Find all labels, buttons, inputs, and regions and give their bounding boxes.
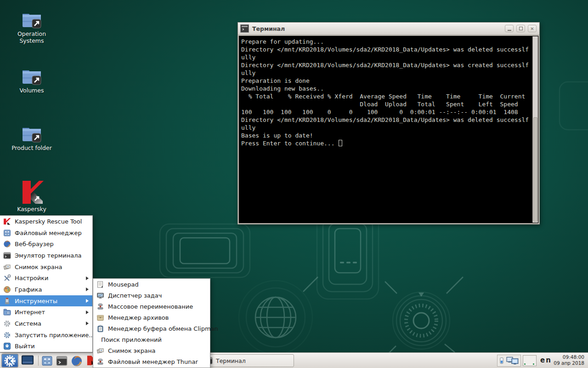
internet-folder-icon — [3, 308, 11, 316]
terminal-line: Directory </mnt/KRD2018/Volumes/sda2/KRD… — [241, 46, 531, 53]
terminal-line: Dload Upload Total Spent Left Speed — [241, 100, 531, 108]
terminal-line: Prepare for updating... — [241, 38, 531, 46]
desktop-icon-label: Volumes — [11, 87, 53, 94]
terminal-line: 100 100 100 100 0 0 100 0 0:00:01 --:--:… — [241, 108, 531, 116]
submenu-item-application-finder[interactable]: Поиск приложений — [93, 334, 210, 345]
terminal-line: Downloading new bases.. — [241, 85, 531, 92]
menu-item-settings[interactable]: Настройки — [0, 272, 92, 284]
clock-date: 09 апр 2018 — [554, 360, 584, 366]
desktop-icon-volumes[interactable]: Volumes — [4, 68, 59, 94]
desktop-icon-label: Kaspersky — [11, 206, 53, 213]
submenu-arrow-icon — [86, 322, 89, 325]
menu-item-file-manager[interactable]: Файловый менеджер — [0, 227, 92, 239]
taskbar-separator — [38, 356, 39, 366]
desktop-icon-kaspersky[interactable]: Kaspersky — [4, 180, 59, 213]
logout-icon — [3, 342, 11, 350]
run-gear-icon — [3, 331, 11, 339]
terminal-line: ully — [241, 53, 531, 61]
terminal-scrollbar[interactable] — [532, 36, 538, 223]
folder-shortcut-icon — [21, 68, 42, 86]
minimize-button[interactable] — [505, 25, 514, 32]
svg-text:K: K — [7, 357, 12, 364]
firefox-launcher[interactable] — [71, 355, 83, 367]
taskbar-window-button-terminal[interactable]: Терминал — [198, 354, 294, 367]
terminal-line: Bases is up to date! — [241, 132, 531, 139]
file-manager-launcher[interactable] — [41, 355, 53, 367]
settings-icon — [3, 274, 11, 282]
desktop-icon-product-folder[interactable]: Product folder — [4, 125, 59, 152]
terminal-window: Терминал ✕ Prepare for updating... Direc… — [237, 22, 540, 224]
menu-item-tools[interactable]: Инструменты — [0, 295, 92, 307]
terminal-line: Directory </mnt/KRD2018/Volumes/sda2/KRD… — [241, 116, 531, 124]
firefox-icon — [71, 355, 83, 367]
k-start-icon: K — [4, 355, 16, 367]
tools-submenu: Mousepad Диспетчер задач Массовое переим… — [93, 278, 210, 368]
terminal-line: Directory </mnt/KRD2018/Volumes/sda2/KRD… — [241, 61, 531, 69]
file-manager-icon — [3, 229, 11, 237]
firefox-icon — [3, 240, 11, 248]
thunar-icon — [96, 358, 104, 366]
bulk-rename-icon — [96, 303, 104, 310]
submenu-arrow-icon — [86, 276, 89, 280]
task-manager-icon — [96, 292, 104, 299]
menu-item-web-browser[interactable]: Веб-браузер — [0, 238, 92, 250]
terminal-line: Press Enter to continue... — [241, 139, 531, 147]
screenshot-icon — [96, 347, 104, 355]
start-menu-button[interactable]: K — [1, 354, 18, 368]
maximize-button[interactable] — [516, 25, 525, 32]
desktop: Operation Systems Volumes Product folder — [0, 0, 588, 368]
submenu-arrow-icon — [86, 310, 89, 314]
tools-icon — [3, 297, 11, 305]
menu-item-internet[interactable]: Интернет — [0, 306, 92, 318]
desktop-icon-operation-systems[interactable]: Operation Systems — [4, 11, 59, 45]
folder-shortcut-icon — [21, 11, 42, 29]
kaspersky-icon — [3, 218, 11, 225]
menu-item-graphics[interactable]: Графика — [0, 284, 92, 295]
terminal-line: % Total % Received % Xferd Average Speed… — [241, 92, 531, 100]
clock-time: 09:48:00 — [554, 354, 584, 360]
scrollbar-thumb[interactable] — [533, 117, 537, 222]
menu-item-screenshot[interactable]: Снимок экрана — [0, 261, 92, 273]
clock: 09:48:00 09 апр 2018 — [554, 354, 584, 366]
terminal-titlebar[interactable]: Терминал ✕ — [238, 23, 539, 35]
submenu-item-screenshot[interactable]: Снимок экрана — [93, 345, 210, 356]
kaspersky-logo-icon — [20, 180, 44, 205]
desktop-icon-label: Operation Systems — [11, 31, 53, 45]
submenu-item-task-manager[interactable]: Диспетчер задач — [93, 290, 210, 301]
desktop-icon-label: Product folder — [11, 145, 53, 152]
workspace-switcher[interactable] — [523, 355, 537, 366]
menu-item-terminal-emulator[interactable]: Эмулятор терминала — [0, 250, 92, 261]
mousepad-icon — [96, 281, 104, 288]
terminal-icon — [3, 252, 11, 259]
submenu-arrow-icon — [86, 288, 89, 291]
menu-item-logout[interactable]: Выйти — [0, 340, 92, 352]
submenu-arrow-icon — [86, 299, 89, 303]
archive-manager-icon — [96, 314, 104, 322]
submenu-item-mousepad[interactable]: Mousepad — [93, 279, 210, 290]
terminal-line: ully — [241, 124, 531, 132]
terminal-launcher[interactable] — [56, 355, 68, 367]
close-button[interactable]: ✕ — [528, 25, 537, 32]
menu-item-system[interactable]: Система — [0, 318, 92, 329]
gear-icon — [3, 320, 11, 328]
screenshot-icon — [3, 263, 11, 271]
terminal-window-icon — [240, 24, 249, 33]
submenu-item-bulk-rename[interactable]: Массовое переименование — [93, 301, 210, 312]
applications-menu: Kaspersky Rescue Tool Файловый менеджер … — [0, 215, 93, 352]
terminal-line: Preparation is done — [241, 77, 531, 85]
system-tray — [497, 355, 521, 367]
terminal-cursor — [339, 140, 342, 146]
submenu-item-archive-manager[interactable]: Менеджер архивов — [93, 312, 210, 323]
folder-shortcut-icon — [21, 125, 42, 144]
network-indicator-icon[interactable] — [506, 356, 519, 365]
window-title: Терминал — [252, 25, 505, 32]
battery-indicator-icon[interactable] — [499, 356, 504, 365]
menu-item-kaspersky-rescue-tool[interactable]: Kaspersky Rescue Tool — [0, 216, 92, 227]
keyboard-layout-indicator[interactable]: en — [540, 356, 552, 364]
submenu-item-clipman[interactable]: Менеджер буфера обмена Clipman — [93, 323, 210, 334]
file-manager-icon — [41, 355, 53, 367]
show-desktop-button[interactable] — [21, 355, 34, 366]
terminal-line: ully — [241, 69, 531, 77]
submenu-item-thunar[interactable]: Файловый менеджер Thunar — [93, 356, 210, 368]
menu-item-run-application[interactable]: Запустить приложение... — [0, 329, 92, 341]
